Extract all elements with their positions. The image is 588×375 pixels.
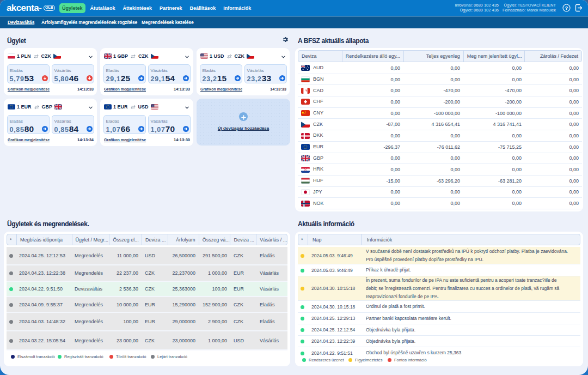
svg-text:?: ? (565, 5, 568, 11)
